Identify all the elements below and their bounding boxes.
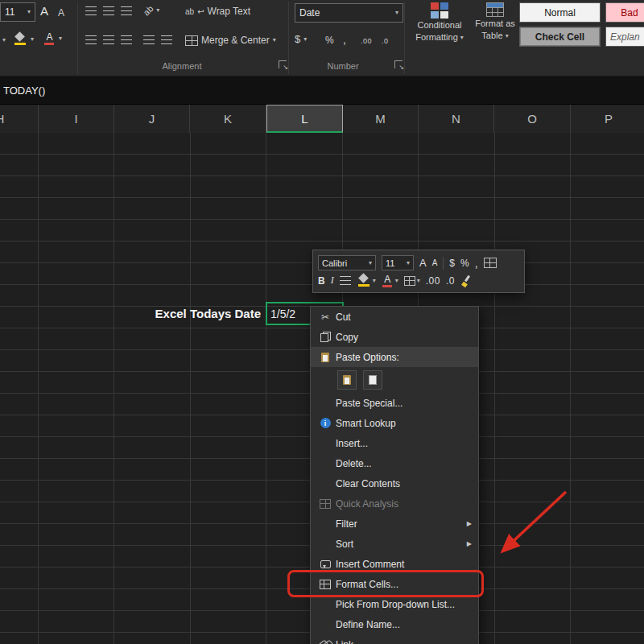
decrease-decimal-button[interactable]: .0 (382, 37, 389, 45)
conditional-formatting-button[interactable]: Conditional Formatting ▾ (407, 2, 472, 43)
copy-icon (320, 332, 331, 342)
mini-decrease-font-button[interactable]: A (432, 258, 438, 267)
format-as-table-icon (486, 2, 504, 17)
mini-increase-decimal-button[interactable]: .00 (426, 275, 440, 287)
chevron-down-icon: ▾ (506, 33, 509, 39)
decrease-font-size-button[interactable]: A (58, 7, 64, 19)
format-painter-icon[interactable] (460, 275, 471, 287)
menu-item-smart-lookup[interactable]: i Smart Lookup (311, 413, 478, 433)
menu-item-define-name[interactable]: Define Name... (311, 614, 478, 634)
mini-italic-button[interactable]: I (331, 275, 334, 287)
cell-style-check-cell[interactable]: Check Cell (519, 27, 601, 47)
comma-style-button[interactable]: , (343, 33, 346, 46)
menu-item-quick-analysis: Quick Analysis (311, 493, 478, 514)
mini-font-color-button[interactable]: ▾ (382, 275, 398, 287)
mini-increase-font-button[interactable]: A (419, 257, 427, 269)
cell-style-explanatory[interactable]: Explan (605, 27, 644, 47)
font-color-button[interactable]: ▾ (43, 32, 62, 45)
alignment-group-label: Alignment (80, 61, 283, 71)
column-header-h[interactable]: H (0, 105, 39, 133)
align-middle-icon[interactable] (103, 6, 114, 15)
mini-toolbar-row2: B I ▾ ▾ ▾ .00 .0 (318, 275, 519, 287)
align-center-icon[interactable] (103, 35, 114, 44)
number-format-value: Date (299, 7, 320, 19)
number-dialog-launcher[interactable]: ↘ (394, 60, 402, 68)
menu-item-paste-options: Paste Options: (311, 347, 478, 367)
paste-page-icon (369, 375, 377, 385)
formula-bar[interactable]: TODAY() (0, 76, 644, 105)
mini-percent-button[interactable]: % (460, 258, 469, 269)
percent-style-button[interactable]: % (325, 35, 334, 46)
column-header-i[interactable]: I (39, 105, 114, 133)
cell-style-normal[interactable]: Normal (519, 2, 601, 23)
mini-bold-button[interactable]: B (318, 275, 325, 287)
mini-decrease-decimal-button[interactable]: .0 (446, 275, 455, 287)
mini-fill-color-button[interactable]: ▾ (357, 275, 376, 287)
menu-item-insert-comment[interactable]: Insert Comment (311, 554, 478, 574)
mini-borders-button[interactable]: ▾ (404, 276, 420, 286)
chevron-down-icon: ▾ (373, 278, 376, 284)
mini-table-icon[interactable] (484, 258, 497, 268)
menu-item-clear-contents[interactable]: Clear Contents (311, 473, 478, 493)
menu-item-filter[interactable]: Filter ▶ (311, 514, 478, 534)
font-size-combo[interactable]: 11 ▾ (0, 2, 35, 22)
chevron-down-icon[interactable]: ▾ (2, 37, 6, 43)
mini-align-icon[interactable] (340, 276, 351, 285)
menu-item-link[interactable]: Link (311, 634, 478, 644)
comma-glyph: , (343, 33, 346, 46)
alignment-dialog-launcher[interactable]: ↘ (279, 60, 287, 68)
accounting-format-button[interactable]: $ ▾ (295, 33, 307, 45)
menu-item-insert[interactable]: Insert... (311, 433, 478, 453)
column-header-j[interactable]: J (114, 105, 190, 133)
excel-window: 11 ▾ A A ab ▾ ab ↩ Wrap Text Date ▾ Cond… (0, 0, 644, 644)
menu-item-delete[interactable]: Delete... (311, 453, 478, 473)
chevron-down-icon: ▾ (460, 35, 464, 41)
decrease-decimal-glyph: .0 (382, 37, 389, 45)
cell-style-bad[interactable]: Bad (605, 2, 644, 23)
column-header-k[interactable]: K (190, 105, 266, 133)
menu-item-sort[interactable]: Sort ▶ (311, 534, 478, 554)
increase-font-size-button[interactable]: A (40, 4, 48, 18)
group-separator (404, 2, 405, 74)
label-cell[interactable]: Excel Todays Date (80, 303, 266, 324)
paste-values-button[interactable] (363, 370, 382, 390)
font-color-icon (43, 32, 56, 45)
merge-center-button[interactable]: Merge & Center ▾ (185, 35, 276, 46)
currency-glyph: $ (295, 33, 300, 45)
align-right-icon[interactable] (121, 35, 132, 44)
fat-label-line2: Table (481, 31, 502, 41)
align-bottom-icon[interactable] (121, 6, 132, 15)
orientation-button[interactable]: ab ▾ (143, 6, 159, 15)
ribbon: 11 ▾ A A ab ▾ ab ↩ Wrap Text Date ▾ Cond… (0, 0, 644, 76)
menu-item-cut[interactable]: ✂ Cut (311, 307, 478, 327)
increase-indent-icon[interactable] (161, 35, 172, 44)
fill-color-button[interactable]: ▾ (13, 33, 34, 45)
number-format-combo[interactable]: Date ▾ (295, 3, 403, 23)
launcher-arrow-icon: ↘ (283, 64, 288, 71)
paste-keep-formatting-button[interactable] (337, 370, 357, 390)
column-header-o[interactable]: O (494, 105, 571, 133)
column-header-l-selected[interactable]: L (266, 105, 343, 133)
menu-item-paste-special[interactable]: Paste Special... (311, 393, 478, 413)
decrease-indent-icon[interactable] (143, 35, 155, 44)
align-left-icon[interactable] (85, 35, 97, 44)
cf-label-line1: Conditional (417, 20, 461, 31)
increase-decimal-button[interactable]: .00 (361, 37, 372, 45)
column-header-m[interactable]: M (343, 105, 419, 133)
submenu-arrow-icon: ▶ (467, 520, 472, 527)
column-header-n[interactable]: N (419, 105, 494, 133)
menu-item-format-cells[interactable]: Format Cells... (311, 574, 478, 594)
menu-item-pick-from-list[interactable]: Pick From Drop-down List... (311, 594, 478, 614)
paste-options-row (311, 367, 478, 393)
mini-font-name-combo[interactable]: Calibri ▾ (318, 255, 376, 270)
mini-currency-button[interactable]: $ (449, 258, 455, 269)
align-top-icon[interactable] (85, 6, 97, 15)
shrink-font-glyph: A (58, 7, 64, 19)
group-separator (288, 2, 289, 74)
mini-font-size-combo[interactable]: 11 ▾ (382, 255, 414, 270)
column-header-p[interactable]: P (571, 105, 644, 133)
menu-item-copy[interactable]: Copy (311, 327, 478, 347)
wrap-text-button[interactable]: ab ↩ Wrap Text (185, 6, 250, 17)
mini-comma-button[interactable]: , (475, 257, 478, 270)
format-as-table-button[interactable]: Format as Table ▾ (473, 2, 517, 41)
